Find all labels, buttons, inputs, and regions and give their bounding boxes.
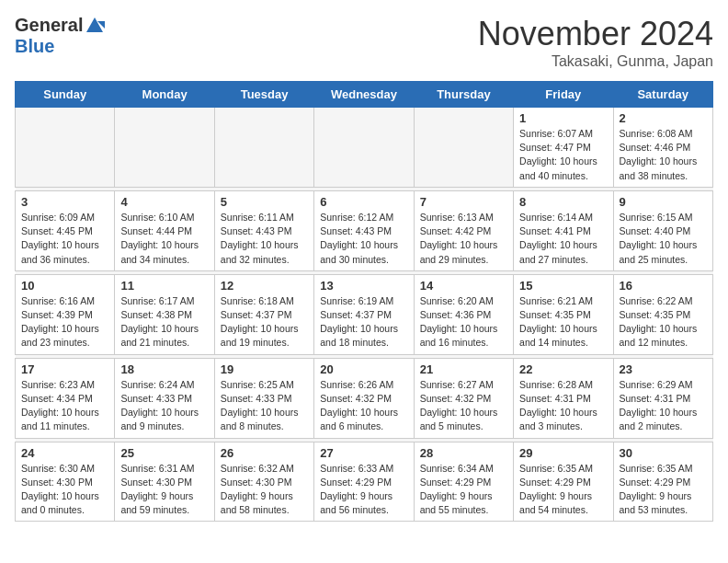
day-number: 21 — [420, 362, 507, 376]
calendar-cell: 23Sunrise: 6:29 AM Sunset: 4:31 PM Dayli… — [613, 358, 712, 438]
header-saturday: Saturday — [613, 82, 712, 108]
day-info: Sunrise: 6:27 AM Sunset: 4:32 PM Dayligh… — [420, 378, 507, 434]
header-tuesday: Tuesday — [214, 82, 313, 108]
calendar-week-5: 24Sunrise: 6:30 AM Sunset: 4:30 PM Dayli… — [16, 442, 713, 522]
header-friday: Friday — [514, 82, 613, 108]
day-number: 22 — [519, 362, 607, 376]
day-number: 23 — [620, 362, 707, 376]
calendar-cell: 22Sunrise: 6:28 AM Sunset: 4:31 PM Dayli… — [514, 358, 613, 438]
calendar-cell — [314, 108, 414, 188]
calendar-week-1: 1Sunrise: 6:07 AM Sunset: 4:47 PM Daylig… — [16, 108, 713, 188]
calendar-cell: 4Sunrise: 6:10 AM Sunset: 4:44 PM Daylig… — [115, 190, 214, 270]
day-info: Sunrise: 6:10 AM Sunset: 4:44 PM Dayligh… — [120, 211, 208, 267]
day-number: 8 — [519, 195, 607, 209]
day-number: 28 — [420, 446, 507, 460]
calendar-cell: 20Sunrise: 6:26 AM Sunset: 4:32 PM Dayli… — [314, 358, 414, 438]
day-info: Sunrise: 6:14 AM Sunset: 4:41 PM Dayligh… — [519, 211, 607, 267]
calendar-week-2: 3Sunrise: 6:09 AM Sunset: 4:45 PM Daylig… — [16, 190, 713, 270]
calendar-cell: 5Sunrise: 6:11 AM Sunset: 4:43 PM Daylig… — [214, 190, 313, 270]
calendar-cell: 21Sunrise: 6:27 AM Sunset: 4:32 PM Dayli… — [414, 358, 513, 438]
calendar-cell — [214, 108, 313, 188]
day-info: Sunrise: 6:07 AM Sunset: 4:47 PM Dayligh… — [519, 127, 607, 183]
day-info: Sunrise: 6:19 AM Sunset: 4:37 PM Dayligh… — [320, 294, 407, 350]
calendar-cell: 10Sunrise: 6:16 AM Sunset: 4:39 PM Dayli… — [16, 274, 115, 354]
calendar-week-4: 17Sunrise: 6:23 AM Sunset: 4:34 PM Dayli… — [16, 358, 713, 438]
day-info: Sunrise: 6:35 AM Sunset: 4:29 PM Dayligh… — [620, 462, 707, 518]
calendar-cell: 15Sunrise: 6:21 AM Sunset: 4:35 PM Dayli… — [514, 274, 613, 354]
day-number: 12 — [221, 279, 308, 293]
calendar-cell: 29Sunrise: 6:35 AM Sunset: 4:29 PM Dayli… — [514, 442, 613, 522]
day-number: 19 — [221, 362, 308, 376]
day-info: Sunrise: 6:28 AM Sunset: 4:31 PM Dayligh… — [519, 378, 607, 434]
calendar-cell: 12Sunrise: 6:18 AM Sunset: 4:37 PM Dayli… — [214, 274, 313, 354]
day-info: Sunrise: 6:11 AM Sunset: 4:43 PM Dayligh… — [221, 211, 308, 267]
calendar-cell: 2Sunrise: 6:08 AM Sunset: 4:46 PM Daylig… — [613, 108, 712, 188]
calendar-cell: 6Sunrise: 6:12 AM Sunset: 4:43 PM Daylig… — [314, 190, 414, 270]
day-info: Sunrise: 6:30 AM Sunset: 4:30 PM Dayligh… — [21, 462, 108, 518]
header-thursday: Thursday — [414, 82, 513, 108]
calendar-cell — [16, 108, 115, 188]
day-info: Sunrise: 6:18 AM Sunset: 4:37 PM Dayligh… — [221, 294, 308, 350]
calendar-cell: 3Sunrise: 6:09 AM Sunset: 4:45 PM Daylig… — [16, 190, 115, 270]
day-info: Sunrise: 6:20 AM Sunset: 4:36 PM Dayligh… — [420, 294, 507, 350]
day-number: 25 — [120, 446, 208, 460]
day-number: 27 — [320, 446, 407, 460]
day-number: 13 — [320, 279, 407, 293]
calendar-cell: 18Sunrise: 6:24 AM Sunset: 4:33 PM Dayli… — [115, 358, 214, 438]
day-info: Sunrise: 6:25 AM Sunset: 4:33 PM Dayligh… — [221, 378, 308, 434]
day-info: Sunrise: 6:12 AM Sunset: 4:43 PM Dayligh… — [320, 211, 407, 267]
calendar-cell: 28Sunrise: 6:34 AM Sunset: 4:29 PM Dayli… — [414, 442, 513, 522]
day-info: Sunrise: 6:24 AM Sunset: 4:33 PM Dayligh… — [120, 378, 208, 434]
day-number: 7 — [420, 195, 507, 209]
day-info: Sunrise: 6:22 AM Sunset: 4:35 PM Dayligh… — [620, 294, 707, 350]
logo: General Blue — [15, 15, 105, 57]
day-info: Sunrise: 6:35 AM Sunset: 4:29 PM Dayligh… — [519, 462, 607, 518]
day-info: Sunrise: 6:17 AM Sunset: 4:38 PM Dayligh… — [120, 294, 208, 350]
calendar-cell: 19Sunrise: 6:25 AM Sunset: 4:33 PM Dayli… — [214, 358, 313, 438]
calendar-week-3: 10Sunrise: 6:16 AM Sunset: 4:39 PM Dayli… — [16, 274, 713, 354]
day-number: 4 — [120, 195, 208, 209]
day-number: 6 — [320, 195, 407, 209]
logo-blue: Blue — [15, 36, 54, 57]
calendar-cell: 8Sunrise: 6:14 AM Sunset: 4:41 PM Daylig… — [514, 190, 613, 270]
day-info: Sunrise: 6:08 AM Sunset: 4:46 PM Dayligh… — [620, 127, 707, 183]
logo-general: General — [15, 15, 83, 36]
header-sunday: Sunday — [16, 82, 115, 108]
day-info: Sunrise: 6:16 AM Sunset: 4:39 PM Dayligh… — [21, 294, 108, 350]
calendar-cell: 17Sunrise: 6:23 AM Sunset: 4:34 PM Dayli… — [16, 358, 115, 438]
calendar-cell — [115, 108, 214, 188]
calendar-cell: 30Sunrise: 6:35 AM Sunset: 4:29 PM Dayli… — [613, 442, 712, 522]
calendar-cell: 26Sunrise: 6:32 AM Sunset: 4:30 PM Dayli… — [214, 442, 313, 522]
day-info: Sunrise: 6:09 AM Sunset: 4:45 PM Dayligh… — [21, 211, 108, 267]
header-wednesday: Wednesday — [314, 82, 414, 108]
day-number: 29 — [519, 446, 607, 460]
day-info: Sunrise: 6:33 AM Sunset: 4:29 PM Dayligh… — [320, 462, 407, 518]
day-info: Sunrise: 6:15 AM Sunset: 4:40 PM Dayligh… — [620, 211, 707, 267]
calendar-cell: 14Sunrise: 6:20 AM Sunset: 4:36 PM Dayli… — [414, 274, 513, 354]
calendar-cell: 13Sunrise: 6:19 AM Sunset: 4:37 PM Dayli… — [314, 274, 414, 354]
day-number: 17 — [21, 362, 108, 376]
calendar-cell: 11Sunrise: 6:17 AM Sunset: 4:38 PM Dayli… — [115, 274, 214, 354]
calendar-cell: 24Sunrise: 6:30 AM Sunset: 4:30 PM Dayli… — [16, 442, 115, 522]
day-info: Sunrise: 6:34 AM Sunset: 4:29 PM Dayligh… — [420, 462, 507, 518]
calendar-cell: 1Sunrise: 6:07 AM Sunset: 4:47 PM Daylig… — [514, 108, 613, 188]
month-title: November 2024 — [478, 15, 713, 53]
day-info: Sunrise: 6:29 AM Sunset: 4:31 PM Dayligh… — [620, 378, 707, 434]
day-number: 20 — [320, 362, 407, 376]
day-number: 15 — [519, 279, 607, 293]
day-number: 24 — [21, 446, 108, 460]
day-number: 11 — [120, 279, 208, 293]
day-number: 1 — [519, 111, 607, 125]
svg-marker-0 — [86, 17, 103, 32]
day-number: 5 — [221, 195, 308, 209]
day-number: 16 — [620, 279, 707, 293]
page-header: General Blue November 2024 Takasaki, Gun… — [15, 15, 713, 70]
calendar-cell: 9Sunrise: 6:15 AM Sunset: 4:40 PM Daylig… — [613, 190, 712, 270]
calendar-cell: 16Sunrise: 6:22 AM Sunset: 4:35 PM Dayli… — [613, 274, 712, 354]
day-number: 2 — [620, 111, 707, 125]
calendar-cell: 27Sunrise: 6:33 AM Sunset: 4:29 PM Dayli… — [314, 442, 414, 522]
day-number: 26 — [221, 446, 308, 460]
calendar-cell — [414, 108, 513, 188]
day-info: Sunrise: 6:26 AM Sunset: 4:32 PM Dayligh… — [320, 378, 407, 434]
calendar-cell: 7Sunrise: 6:13 AM Sunset: 4:42 PM Daylig… — [414, 190, 513, 270]
